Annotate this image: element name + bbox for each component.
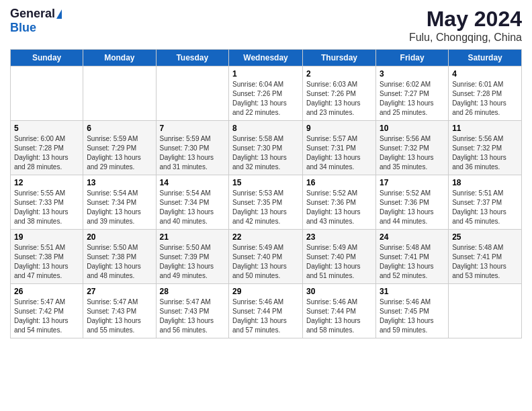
calendar-header: SundayMondayTuesdayWednesdayThursdayFrid… (11, 50, 522, 66)
calendar-cell: 20Sunrise: 5:50 AM Sunset: 7:38 PM Dayli… (83, 230, 156, 284)
logo-icon (56, 9, 62, 19)
calendar-cell: 12Sunrise: 5:55 AM Sunset: 7:33 PM Dayli… (11, 175, 83, 230)
day-info: Sunrise: 6:00 AM Sunset: 7:28 PM Dayligh… (14, 134, 79, 172)
calendar-cell: 22Sunrise: 5:49 AM Sunset: 7:40 PM Dayli… (229, 230, 303, 284)
day-number: 19 (14, 232, 79, 242)
day-number: 9 (306, 124, 372, 133)
day-number: 18 (452, 178, 518, 187)
logo-blue-text: Blue (10, 21, 36, 35)
calendar-cell: 2Sunrise: 6:03 AM Sunset: 7:26 PM Daylig… (303, 66, 376, 121)
day-number: 29 (232, 287, 299, 296)
day-number: 1 (232, 69, 299, 79)
day-number: 26 (14, 287, 79, 296)
location: Fulu, Chongqing, China (409, 32, 522, 44)
calendar-cell: 3Sunrise: 6:02 AM Sunset: 7:27 PM Daylig… (376, 66, 449, 121)
calendar-cell: 14Sunrise: 5:54 AM Sunset: 7:34 PM Dayli… (156, 175, 229, 230)
calendar-cell: 25Sunrise: 5:48 AM Sunset: 7:41 PM Dayli… (449, 230, 522, 284)
calendar-week-2: 5Sunrise: 6:00 AM Sunset: 7:28 PM Daylig… (11, 121, 522, 175)
day-number: 11 (452, 124, 518, 133)
day-info: Sunrise: 5:51 AM Sunset: 7:37 PM Dayligh… (452, 189, 518, 226)
calendar-cell: 21Sunrise: 5:50 AM Sunset: 7:39 PM Dayli… (156, 230, 229, 284)
day-number: 2 (306, 69, 372, 79)
calendar-cell: 13Sunrise: 5:54 AM Sunset: 7:34 PM Dayli… (83, 175, 156, 230)
day-info: Sunrise: 5:56 AM Sunset: 7:32 PM Dayligh… (452, 134, 518, 172)
calendar-cell: 30Sunrise: 5:46 AM Sunset: 7:44 PM Dayli… (303, 284, 376, 338)
day-info: Sunrise: 5:50 AM Sunset: 7:39 PM Dayligh… (160, 243, 226, 281)
day-info: Sunrise: 5:50 AM Sunset: 7:38 PM Dayligh… (87, 243, 152, 281)
calendar-cell: 28Sunrise: 5:47 AM Sunset: 7:43 PM Dayli… (156, 284, 229, 338)
day-number: 7 (160, 124, 226, 133)
day-info: Sunrise: 5:46 AM Sunset: 7:45 PM Dayligh… (380, 298, 445, 335)
calendar-cell (156, 66, 229, 121)
day-info: Sunrise: 5:56 AM Sunset: 7:32 PM Dayligh… (380, 134, 445, 172)
day-info: Sunrise: 5:52 AM Sunset: 7:36 PM Dayligh… (380, 189, 445, 226)
weekday-header-tuesday: Tuesday (156, 50, 229, 66)
day-number: 20 (87, 232, 152, 242)
calendar-cell: 23Sunrise: 5:49 AM Sunset: 7:40 PM Dayli… (303, 230, 376, 284)
day-number: 30 (306, 287, 372, 296)
weekday-header-wednesday: Wednesday (229, 50, 303, 66)
month-title: May 2024 (409, 7, 522, 32)
day-info: Sunrise: 5:49 AM Sunset: 7:40 PM Dayligh… (306, 243, 372, 281)
day-number: 3 (380, 69, 445, 79)
day-number: 16 (306, 178, 372, 187)
day-info: Sunrise: 6:03 AM Sunset: 7:26 PM Dayligh… (306, 80, 372, 118)
calendar-cell: 26Sunrise: 5:47 AM Sunset: 7:42 PM Dayli… (11, 284, 83, 338)
calendar-cell: 18Sunrise: 5:51 AM Sunset: 7:37 PM Dayli… (449, 175, 522, 230)
day-info: Sunrise: 5:52 AM Sunset: 7:36 PM Dayligh… (306, 189, 372, 226)
weekday-header-friday: Friday (376, 50, 449, 66)
day-number: 24 (380, 232, 445, 242)
calendar-cell: 7Sunrise: 5:59 AM Sunset: 7:30 PM Daylig… (156, 121, 229, 175)
day-number: 14 (160, 178, 226, 187)
day-info: Sunrise: 5:48 AM Sunset: 7:41 PM Dayligh… (452, 243, 518, 281)
calendar-week-4: 19Sunrise: 5:51 AM Sunset: 7:38 PM Dayli… (11, 230, 522, 284)
logo: General Blue (10, 7, 62, 35)
calendar-cell: 29Sunrise: 5:46 AM Sunset: 7:44 PM Dayli… (229, 284, 303, 338)
calendar-cell: 11Sunrise: 5:56 AM Sunset: 7:32 PM Dayli… (449, 121, 522, 175)
calendar-cell: 15Sunrise: 5:53 AM Sunset: 7:35 PM Dayli… (229, 175, 303, 230)
day-info: Sunrise: 5:47 AM Sunset: 7:43 PM Dayligh… (87, 298, 152, 335)
day-number: 25 (452, 232, 518, 242)
day-info: Sunrise: 5:57 AM Sunset: 7:31 PM Dayligh… (306, 134, 372, 172)
day-info: Sunrise: 6:01 AM Sunset: 7:28 PM Dayligh… (452, 80, 518, 118)
calendar-cell: 17Sunrise: 5:52 AM Sunset: 7:36 PM Dayli… (376, 175, 449, 230)
calendar-body: 1Sunrise: 6:04 AM Sunset: 7:26 PM Daylig… (11, 66, 522, 338)
day-info: Sunrise: 5:48 AM Sunset: 7:41 PM Dayligh… (380, 243, 445, 281)
calendar-cell: 6Sunrise: 5:59 AM Sunset: 7:29 PM Daylig… (83, 121, 156, 175)
weekday-header-thursday: Thursday (303, 50, 376, 66)
calendar-cell: 16Sunrise: 5:52 AM Sunset: 7:36 PM Dayli… (303, 175, 376, 230)
calendar-cell (83, 66, 156, 121)
calendar-table: SundayMondayTuesdayWednesdayThursdayFrid… (10, 49, 522, 338)
day-number: 15 (232, 178, 299, 187)
calendar-cell: 9Sunrise: 5:57 AM Sunset: 7:31 PM Daylig… (303, 121, 376, 175)
day-number: 31 (380, 287, 445, 296)
day-number: 21 (160, 232, 226, 242)
day-number: 27 (87, 287, 152, 296)
calendar-cell: 19Sunrise: 5:51 AM Sunset: 7:38 PM Dayli… (11, 230, 83, 284)
day-number: 28 (160, 287, 226, 296)
day-info: Sunrise: 5:58 AM Sunset: 7:30 PM Dayligh… (232, 134, 299, 172)
day-number: 5 (14, 124, 79, 133)
day-info: Sunrise: 5:51 AM Sunset: 7:38 PM Dayligh… (14, 243, 79, 281)
calendar-cell: 27Sunrise: 5:47 AM Sunset: 7:43 PM Dayli… (83, 284, 156, 338)
calendar-cell: 5Sunrise: 6:00 AM Sunset: 7:28 PM Daylig… (11, 121, 83, 175)
day-number: 22 (232, 232, 299, 242)
calendar-cell: 1Sunrise: 6:04 AM Sunset: 7:26 PM Daylig… (229, 66, 303, 121)
calendar-cell (11, 66, 83, 121)
day-info: Sunrise: 5:54 AM Sunset: 7:34 PM Dayligh… (87, 189, 152, 226)
calendar-cell: 24Sunrise: 5:48 AM Sunset: 7:41 PM Dayli… (376, 230, 449, 284)
weekday-header-row: SundayMondayTuesdayWednesdayThursdayFrid… (11, 50, 522, 66)
weekday-header-saturday: Saturday (449, 50, 522, 66)
day-info: Sunrise: 5:47 AM Sunset: 7:42 PM Dayligh… (14, 298, 79, 335)
day-info: Sunrise: 6:04 AM Sunset: 7:26 PM Dayligh… (232, 80, 299, 118)
title-section: May 2024 Fulu, Chongqing, China (409, 7, 522, 44)
day-number: 12 (14, 178, 79, 187)
day-number: 23 (306, 232, 372, 242)
day-number: 8 (232, 124, 299, 133)
day-info: Sunrise: 5:47 AM Sunset: 7:43 PM Dayligh… (160, 298, 226, 335)
day-info: Sunrise: 5:59 AM Sunset: 7:29 PM Dayligh… (87, 134, 152, 172)
day-info: Sunrise: 6:02 AM Sunset: 7:27 PM Dayligh… (380, 80, 445, 118)
logo-general-text: General (10, 7, 55, 21)
calendar-week-5: 26Sunrise: 5:47 AM Sunset: 7:42 PM Dayli… (11, 284, 522, 338)
calendar-cell: 10Sunrise: 5:56 AM Sunset: 7:32 PM Dayli… (376, 121, 449, 175)
